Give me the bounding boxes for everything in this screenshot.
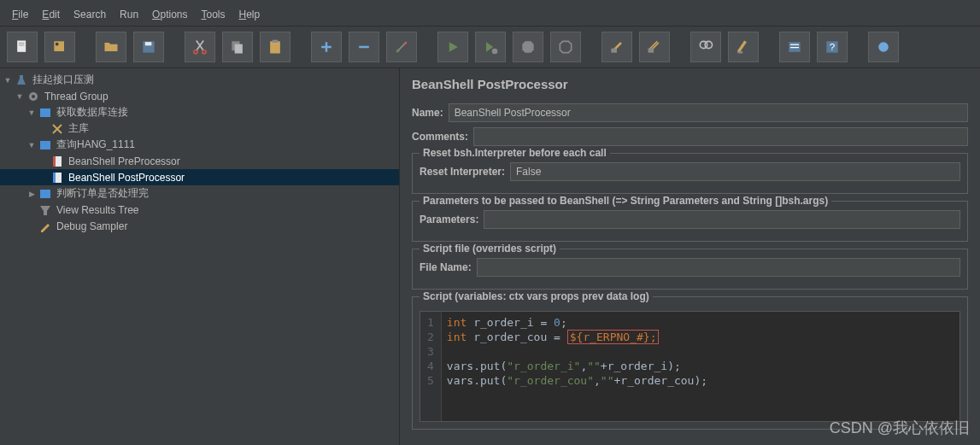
- scriptfile-group-title: Script file (overrides script): [420, 243, 560, 255]
- svg-point-15: [492, 49, 498, 55]
- svg-point-19: [705, 41, 712, 48]
- tree-query-hang[interactable]: ▼查询HANG_1111: [0, 137, 399, 153]
- svg-rect-33: [53, 173, 56, 183]
- svg-rect-6: [145, 42, 152, 45]
- menu-bar: File Edit Search Run Options Tools Help: [0, 3, 980, 26]
- toggle-button[interactable]: [386, 32, 417, 62]
- copy-button[interactable]: [222, 32, 253, 62]
- tree-judge[interactable]: ▶判断订单是否处理完: [0, 185, 399, 202]
- svg-rect-21: [790, 44, 799, 45]
- svg-point-7: [194, 50, 197, 54]
- params-group: Parameters to be passed to BeanShell (=>…: [412, 201, 968, 242]
- tree-view-results[interactable]: View Results Tree: [0, 202, 399, 218]
- tree-bsh-post[interactable]: BeanShell PostProcessor: [0, 169, 399, 185]
- reset-search-button[interactable]: [728, 32, 759, 62]
- svg-rect-2: [19, 45, 25, 46]
- params-group-title: Parameters to be passed to BeanShell (=>…: [420, 195, 831, 207]
- menu-help[interactable]: Help: [234, 7, 266, 22]
- scriptfile-group: Script file (overrides script) File Name…: [412, 249, 968, 290]
- shutdown-button[interactable]: [550, 32, 581, 62]
- tree-thread-group[interactable]: ▼Thread Group: [0, 88, 399, 104]
- svg-point-27: [32, 95, 35, 98]
- filename-label: File Name:: [420, 261, 472, 273]
- settings-button[interactable]: [868, 32, 899, 62]
- svg-point-13: [396, 50, 399, 52]
- flask-icon: [15, 73, 28, 87]
- params-input[interactable]: [484, 210, 960, 229]
- save-button[interactable]: [133, 32, 164, 62]
- params-label: Parameters:: [420, 214, 478, 225]
- start-button[interactable]: [437, 32, 468, 62]
- collapse-button[interactable]: [349, 32, 379, 62]
- tree-db-conn[interactable]: ▼获取数据库连接: [0, 104, 399, 120]
- tree-root[interactable]: ▼挂起接口压测: [0, 72, 399, 88]
- config-panel: BeanShell PostProcessor Name: Comments: …: [400, 68, 980, 445]
- clear-all-button[interactable]: [639, 32, 670, 62]
- svg-rect-22: [790, 47, 799, 48]
- paste-button[interactable]: [260, 32, 290, 62]
- comments-input[interactable]: [473, 127, 968, 146]
- svg-rect-29: [40, 141, 50, 149]
- cross-icon: [50, 122, 64, 136]
- svg-rect-11: [270, 41, 280, 53]
- search-button[interactable]: [690, 32, 721, 62]
- doc-icon: [50, 171, 64, 184]
- panel-title: BeanShell PostProcessor: [412, 77, 968, 91]
- menu-file[interactable]: File: [7, 7, 33, 22]
- script-group-title: Script (variables: ctx vars props prev d…: [420, 290, 653, 302]
- menu-edit[interactable]: Edit: [37, 7, 65, 22]
- toolbar: ?: [0, 26, 980, 68]
- menu-tools[interactable]: Tools: [196, 7, 230, 22]
- reset-input[interactable]: [510, 162, 960, 181]
- help-button[interactable]: ?: [817, 32, 848, 62]
- svg-point-14: [404, 42, 407, 44]
- svg-rect-0: [17, 41, 26, 52]
- clear-button[interactable]: [601, 32, 632, 62]
- menu-options[interactable]: Options: [147, 7, 192, 22]
- svg-rect-1: [19, 43, 25, 44]
- svg-rect-12: [273, 40, 279, 43]
- test-plan-tree[interactable]: ▼挂起接口压测 ▼Thread Group ▼获取数据库连接 主库 ▼查询HAN…: [0, 68, 400, 445]
- new-button[interactable]: [7, 32, 38, 62]
- tree-main-lib[interactable]: 主库: [0, 120, 399, 137]
- name-input[interactable]: [449, 103, 968, 122]
- svg-rect-28: [40, 108, 50, 117]
- gutter: 12345: [420, 312, 442, 421]
- cut-button[interactable]: [185, 32, 215, 62]
- funnel-icon: [38, 203, 52, 217]
- reset-group: Reset bsh.Interpreter before each call R…: [412, 153, 968, 194]
- db-icon: [38, 138, 52, 152]
- svg-rect-4: [56, 43, 58, 45]
- gear-icon: [26, 90, 40, 103]
- svg-rect-34: [40, 190, 50, 198]
- reset-group-title: Reset bsh.Interpreter before each call: [420, 147, 610, 159]
- tree-bsh-pre[interactable]: BeanShell PreProcessor: [0, 153, 399, 169]
- tree-debug-sampler[interactable]: Debug Sampler: [0, 218, 399, 234]
- db-icon: [38, 187, 52, 201]
- open-button[interactable]: [96, 32, 126, 62]
- reset-label: Reset Interpreter:: [420, 166, 505, 178]
- start-no-pause-button[interactable]: [475, 32, 506, 62]
- expand-button[interactable]: [311, 32, 342, 62]
- menu-run[interactable]: Run: [114, 7, 144, 22]
- svg-rect-17: [648, 49, 654, 53]
- name-label: Name:: [412, 107, 443, 119]
- filename-input[interactable]: [477, 258, 960, 277]
- stop-button[interactable]: [513, 32, 543, 62]
- svg-rect-31: [53, 156, 56, 167]
- svg-text:?: ?: [830, 41, 836, 52]
- db-icon: [38, 106, 52, 120]
- svg-rect-16: [611, 49, 617, 53]
- script-editor[interactable]: 12345 int r_order_i = 0;int r_order_cou …: [420, 311, 960, 422]
- pencil-icon: [38, 220, 52, 233]
- code-area[interactable]: int r_order_i = 0;int r_order_cou = ${r_…: [442, 312, 713, 421]
- svg-rect-10: [235, 44, 243, 54]
- menu-search[interactable]: Search: [68, 7, 111, 22]
- svg-point-25: [878, 42, 889, 52]
- function-helper-button[interactable]: [779, 32, 810, 62]
- comments-label: Comments:: [412, 131, 468, 143]
- svg-point-8: [202, 50, 206, 54]
- templates-button[interactable]: [44, 32, 75, 62]
- script-group: Script (variables: ctx vars props prev d…: [412, 296, 968, 430]
- doc-icon: [50, 155, 64, 168]
